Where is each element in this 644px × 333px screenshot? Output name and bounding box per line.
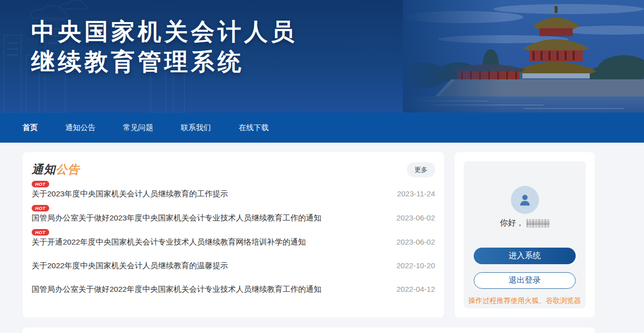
logout-button[interactable]: 退出登录 <box>474 272 576 289</box>
nav-item-3[interactable]: 联系我们 <box>181 123 211 133</box>
nav-item-4[interactable]: 在线下载 <box>239 123 269 133</box>
notice-card: 通知公告 更多 HOT关于2023年度中央国家机关会计人员继续教育的工作提示20… <box>23 152 444 317</box>
main-nav: 首页通知公告常见问题联系我们在线下载 <box>0 113 644 143</box>
bottom-card-partial <box>23 327 595 333</box>
notice-title-part1: 通知 <box>32 163 56 176</box>
person-icon <box>517 192 532 207</box>
notice-section-title: 通知公告 <box>32 162 80 176</box>
more-button[interactable]: 更多 <box>407 162 435 177</box>
user-card: 你好， 进入系统 退出登录 操作过程推荐使用火狐、谷歌浏览器 <box>455 152 595 317</box>
hot-badge: HOT <box>32 181 49 187</box>
notice-item[interactable]: 国管局办公室关于做好2022年度中央国家机关会计专业技术人员继续教育工作的通知2… <box>32 277 435 294</box>
notice-list: HOT关于2023年度中央国家机关会计人员继续教育的工作提示2023-11-24… <box>32 181 435 294</box>
site-title-line2: 继续教育管理系统 <box>31 47 297 77</box>
notice-item-left: HOT关于2023年度中央国家机关会计人员继续教育的工作提示 <box>32 181 228 198</box>
user-greeting: 你好， <box>464 218 586 229</box>
notice-item-date: 2022-04-12 <box>396 284 435 294</box>
notice-item[interactable]: HOT关于2023年度中央国家机关会计人员继续教育的工作提示2023-11-24 <box>32 181 435 198</box>
hot-badge: HOT <box>32 205 49 211</box>
greeting-text: 你好， <box>500 218 524 229</box>
notice-item-title[interactable]: 关于2023年度中央国家机关会计人员继续教育的工作提示 <box>32 189 228 198</box>
notice-item-title[interactable]: 国管局办公室关于做好2023年度中央国家机关会计专业技术人员继续教育工作的通知 <box>32 213 321 223</box>
notice-item-date: 2023-06-02 <box>396 237 435 247</box>
notice-item-left: 国管局办公室关于做好2022年度中央国家机关会计专业技术人员继续教育工作的通知 <box>32 284 321 294</box>
notice-item-left: 关于2022年度中央国家机关会计人员继续教育的温馨提示 <box>32 261 228 270</box>
notice-item-date: 2022-10-20 <box>396 261 435 270</box>
site-title: 中央国家机关会计人员 继续教育管理系统 <box>31 17 297 77</box>
main-content: 通知公告 更多 HOT关于2023年度中央国家机关会计人员继续教育的工作提示20… <box>0 143 644 333</box>
notice-item[interactable]: 关于2022年度中央国家机关会计人员继续教育的温馨提示2022-10-20 <box>32 253 435 270</box>
nav-item-0[interactable]: 首页 <box>23 123 38 133</box>
notice-item[interactable]: HOT关于开通2022年度中央国家机关会计专业技术人员继续教育网络培训补学的通知… <box>32 229 435 247</box>
notice-item-title[interactable]: 关于开通2022年度中央国家机关会计专业技术人员继续教育网络培训补学的通知 <box>32 237 306 247</box>
notice-item[interactable]: HOT国管局办公室关于做好2023年度中央国家机关会计专业技术人员继续教育工作的… <box>32 205 435 223</box>
notice-item-date: 2023-11-24 <box>397 189 435 198</box>
notice-item-title[interactable]: 关于2022年度中央国家机关会计人员继续教育的温馨提示 <box>32 261 228 270</box>
site-title-line1: 中央国家机关会计人员 <box>31 17 297 47</box>
user-panel: 你好， 进入系统 退出登录 操作过程推荐使用火狐、谷歌浏览器 <box>464 161 586 308</box>
notice-card-header: 通知公告 更多 <box>32 162 435 177</box>
notice-item-title[interactable]: 国管局办公室关于做好2022年度中央国家机关会计专业技术人员继续教育工作的通知 <box>32 284 321 294</box>
censored-username <box>526 219 550 228</box>
user-avatar <box>511 186 539 214</box>
site-banner: 中央国家机关会计人员 继续教育管理系统 <box>0 0 644 113</box>
notice-item-date: 2023-06-02 <box>396 213 435 223</box>
nav-item-1[interactable]: 通知公告 <box>65 123 95 133</box>
browser-tip: 操作过程推荐使用火狐、谷歌浏览器 <box>464 296 586 305</box>
notice-item-left: HOT关于开通2022年度中央国家机关会计专业技术人员继续教育网络培训补学的通知 <box>32 229 306 247</box>
nav-item-2[interactable]: 常见问题 <box>123 123 153 133</box>
notice-item-left: HOT国管局办公室关于做好2023年度中央国家机关会计专业技术人员继续教育工作的… <box>32 205 321 223</box>
enter-system-button[interactable]: 进入系统 <box>474 248 576 264</box>
hot-badge: HOT <box>32 229 49 236</box>
notice-title-part2: 公告 <box>56 163 80 176</box>
banner-photo-corner-tower <box>403 0 644 113</box>
